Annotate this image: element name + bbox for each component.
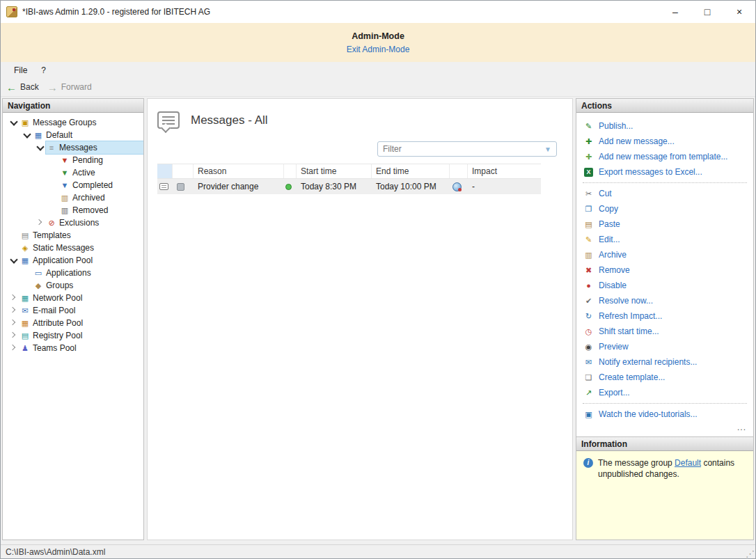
column-header-reason[interactable]: Reason bbox=[194, 164, 284, 178]
messages-bubble-icon bbox=[157, 111, 180, 129]
chevron-right-icon[interactable] bbox=[35, 217, 46, 228]
column-header-status[interactable] bbox=[284, 164, 297, 178]
filter-input[interactable] bbox=[383, 144, 544, 154]
right-column: Actions ✎Publish... ✚Add new message... … bbox=[576, 98, 754, 540]
column-header-impact-icon[interactable] bbox=[450, 164, 468, 178]
forward-button[interactable]: → Forward bbox=[47, 82, 92, 93]
actions-overflow-button[interactable]: ... bbox=[576, 423, 753, 434]
action-cut[interactable]: ✂Cut bbox=[576, 186, 753, 201]
action-export-messages-to-excel[interactable]: XExport messages to Excel... bbox=[576, 164, 753, 180]
tree-item-removed[interactable]: ▥Removed bbox=[3, 204, 143, 216]
tree-item-application-pool[interactable]: ▦Application Pool bbox=[3, 254, 143, 267]
tree-item-groups[interactable]: ◆Groups bbox=[3, 279, 143, 292]
action-copy[interactable]: ❐Copy bbox=[576, 201, 753, 216]
action-add-new-message[interactable]: ✚Add new message... bbox=[576, 134, 753, 149]
action-publish[interactable]: ✎Publish... bbox=[576, 118, 753, 134]
table-row[interactable]: Provider change Today 8:30 PM Today 10:0… bbox=[157, 179, 541, 194]
tree-item-templates[interactable]: ▤Templates bbox=[3, 229, 143, 242]
tree-item-registry-pool[interactable]: ▤Registry Pool bbox=[3, 329, 143, 342]
action-disable[interactable]: ●Disable bbox=[576, 278, 753, 293]
status-bar: C:\IBI-aws\Admin\Data.xml ⋰ bbox=[1, 544, 755, 558]
tree-item-default[interactable]: ▦Default bbox=[3, 129, 143, 141]
funnel-icon: ▼ bbox=[59, 180, 70, 191]
filter-funnel-icon[interactable]: ▼ bbox=[544, 145, 551, 153]
action-shift-start-time[interactable]: ◷Shift start time... bbox=[576, 324, 753, 339]
menu-file[interactable]: File bbox=[8, 63, 33, 77]
cell-impact: - bbox=[468, 182, 541, 191]
action-resolve-now[interactable]: ✔Resolve now... bbox=[576, 293, 753, 308]
status-file-path: C:\IBI-aws\Admin\Data.xml bbox=[6, 547, 105, 557]
tree-item-teams-pool[interactable]: ♟Teams Pool bbox=[3, 342, 143, 354]
cell-start-time: Today 8:30 PM bbox=[297, 182, 372, 191]
action-add-new-message-from-template[interactable]: ✚Add new message from template... bbox=[576, 149, 753, 164]
menu-bar: File ? bbox=[1, 62, 755, 78]
chevron-right-icon[interactable] bbox=[8, 343, 19, 354]
chevron-right-icon[interactable] bbox=[8, 317, 19, 329]
column-header-spacer[interactable] bbox=[173, 164, 194, 178]
message-bubble-icon bbox=[159, 183, 168, 190]
monitor-icon: ▦ bbox=[33, 129, 44, 141]
column-header-impact[interactable]: Impact bbox=[468, 164, 541, 178]
workspace: Navigation ▣Message Groups ▦Default ≡Mes… bbox=[1, 97, 755, 544]
tree-item-message-groups[interactable]: ▣Message Groups bbox=[3, 116, 143, 129]
back-label: Back bbox=[20, 82, 39, 92]
chevron-spacer bbox=[48, 205, 59, 216]
tree-item-active[interactable]: ▼Active bbox=[3, 166, 143, 179]
resize-grip-icon[interactable]: ⋰ bbox=[746, 549, 755, 558]
action-edit[interactable]: ✎Edit... bbox=[576, 232, 753, 247]
no-entry-icon: ⊘ bbox=[46, 217, 57, 228]
action-remove[interactable]: ✖Remove bbox=[576, 262, 753, 278]
scissors-icon: ✂ bbox=[583, 189, 594, 199]
window-title: *IBI-aws Admin 1.29.0 - registered for I… bbox=[22, 7, 210, 17]
tree-item-static-messages[interactable]: ◈Static Messages bbox=[3, 242, 143, 254]
people-icon: ♟ bbox=[19, 343, 31, 354]
chevron-down-icon[interactable] bbox=[22, 129, 33, 141]
chevron-down-icon[interactable] bbox=[8, 255, 19, 266]
action-export[interactable]: ↗Export... bbox=[576, 385, 753, 400]
cube-icon: ◆ bbox=[33, 280, 44, 291]
back-button[interactable]: ← Back bbox=[6, 82, 39, 93]
column-header-icon[interactable] bbox=[157, 164, 173, 178]
grid-icon: ▦ bbox=[19, 317, 31, 329]
default-group-link[interactable]: Default bbox=[675, 458, 701, 468]
remove-cross-icon: ✖ bbox=[583, 265, 594, 276]
filter-box: ▼ bbox=[377, 141, 557, 157]
action-watch-video-tutorials[interactable]: ▣Watch the video-tutorials... bbox=[576, 407, 753, 422]
title-bar: *IBI-aws Admin 1.29.0 - registered for I… bbox=[1, 1, 755, 23]
action-paste[interactable]: ▤Paste bbox=[576, 216, 753, 232]
action-notify-external-recipients[interactable]: ✉Notify external recipients... bbox=[576, 354, 753, 370]
tree-item-completed[interactable]: ▼Completed bbox=[3, 179, 143, 191]
funnel-icon: ▼ bbox=[59, 155, 70, 166]
menu-help[interactable]: ? bbox=[35, 63, 52, 77]
minimize-button[interactable]: – bbox=[659, 1, 691, 23]
tree-item-archived[interactable]: ▥Archived bbox=[3, 191, 143, 204]
tree-item-attribute-pool[interactable]: ▦Attribute Pool bbox=[3, 317, 143, 329]
action-refresh-impact[interactable]: ↻Refresh Impact... bbox=[576, 308, 753, 324]
tree-item-email-pool[interactable]: ✉E-mail Pool bbox=[3, 304, 143, 317]
forward-arrow-icon: → bbox=[47, 82, 58, 93]
action-archive[interactable]: ▥Archive bbox=[576, 247, 753, 262]
exit-admin-mode-link[interactable]: Exit Admin-Mode bbox=[347, 45, 410, 54]
navigation-panel: Navigation ▣Message Groups ▦Default ≡Mes… bbox=[2, 98, 144, 540]
column-header-end-time[interactable]: End time bbox=[372, 164, 450, 178]
tree-item-pending[interactable]: ▼Pending bbox=[3, 154, 143, 166]
action-preview[interactable]: ◉Preview bbox=[576, 339, 753, 354]
tree-item-applications[interactable]: ▭Applications bbox=[3, 267, 143, 279]
chevron-right-icon[interactable] bbox=[8, 292, 19, 304]
close-button[interactable]: × bbox=[723, 1, 755, 23]
action-create-template[interactable]: ❏Create template... bbox=[576, 370, 753, 385]
actions-panel: Actions ✎Publish... ✚Add new message... … bbox=[576, 98, 754, 437]
chevron-right-icon[interactable] bbox=[8, 305, 19, 316]
maximize-button[interactable]: □ bbox=[691, 1, 723, 23]
funnel-icon: ▼ bbox=[59, 167, 70, 178]
chevron-right-icon[interactable] bbox=[8, 330, 19, 341]
app-window-icon: ▦ bbox=[19, 255, 31, 266]
tree-item-exclusions[interactable]: ⊘Exclusions bbox=[3, 216, 143, 229]
column-header-start-time[interactable]: Start time bbox=[297, 164, 372, 178]
tree-item-messages[interactable]: ≡Messages bbox=[3, 141, 143, 154]
navigation-tree: ▣Message Groups ▦Default ≡Messages ▼Pend… bbox=[3, 113, 143, 540]
tree-item-network-pool[interactable]: ▦Network Pool bbox=[3, 292, 143, 304]
refresh-arrows-icon: ↻ bbox=[583, 311, 594, 322]
chevron-down-icon[interactable] bbox=[8, 117, 19, 128]
chevron-down-icon[interactable] bbox=[35, 142, 46, 153]
